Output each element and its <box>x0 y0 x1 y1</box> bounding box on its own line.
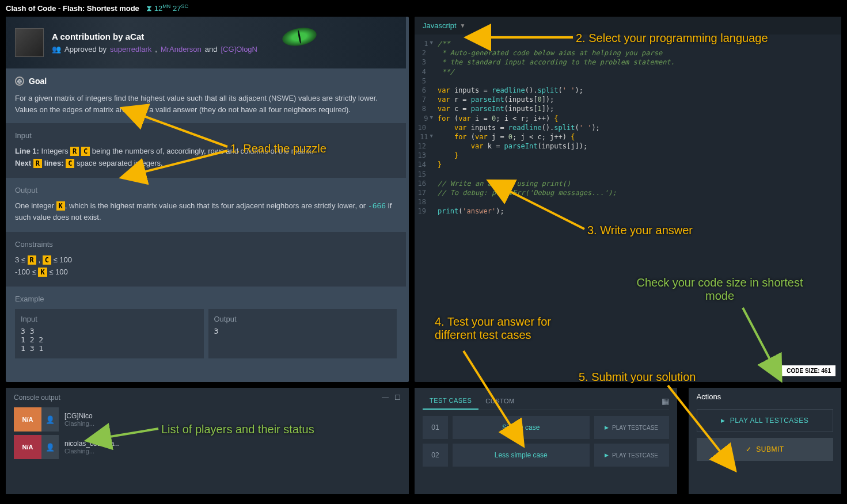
problem-panel: A contribution by aCat 👥 Approved by sup… <box>6 17 409 382</box>
console-panel: Console output — ☐ N/A👤[CG]NicoClashing.… <box>6 388 409 494</box>
editor-panel: Javascript ▼ 1▼23456789▼1011▼12131415161… <box>415 17 841 382</box>
output-label: Output <box>15 186 397 194</box>
top-bar: Clash of Code - Flash: Shortest mode ⧗ 1… <box>0 0 847 17</box>
approved-line: 👥 Approved by superredlark, MrAnderson a… <box>52 45 257 54</box>
testcase-number: 01 <box>423 416 448 439</box>
input-section: Input Line 1: Integers R C being the num… <box>6 123 406 178</box>
testcase-number: 02 <box>423 444 448 467</box>
tab-custom[interactable]: CUSTOM <box>478 393 521 409</box>
hourglass-icon: ⧗ <box>146 3 152 13</box>
page-title: Clash of Code - Flash: Shortest mode <box>6 4 139 13</box>
example-input: 3 3 1 2 2 1 3 1 <box>21 327 198 353</box>
player-row: N/A👤[CG]NicoClashing... <box>14 407 401 432</box>
player-avatar: 👤 <box>41 435 59 459</box>
testcase-row: 01Simple case▶ PLAY TESTCASE <box>423 416 669 439</box>
chevron-down-icon: ▼ <box>460 22 466 29</box>
player-status: Clashing... <box>64 448 120 455</box>
actions-panel: Actions ▶ PLAY ALL TESTCASES ✓ SUBMIT <box>689 388 842 494</box>
play-testcase-button[interactable]: ▶ PLAY TESTCASE <box>594 416 669 439</box>
minimize-icon[interactable]: — <box>382 394 389 402</box>
actions-label: Actions <box>697 392 834 401</box>
var-r: R <box>70 147 79 156</box>
testcase-row: 02Less simple case▶ PLAY TESTCASE <box>423 444 669 467</box>
player-status: Clashing... <box>64 420 94 427</box>
play-icon: ▶ <box>605 452 609 458</box>
output-section: Output One integer K, which is the highe… <box>6 178 406 232</box>
goal-text: For a given matrix of integers find the … <box>15 93 397 115</box>
grid-icon[interactable]: ▦ <box>662 396 669 406</box>
testcase-name[interactable]: Simple case <box>453 416 590 439</box>
player-na-badge: N/A <box>14 435 41 459</box>
language-bar: Javascript ▼ <box>415 17 841 35</box>
check-icon: ✓ <box>746 445 752 453</box>
approver-link[interactable]: [CG]OlogN <box>221 45 257 54</box>
player-name: nicolas_codinga... <box>64 440 120 448</box>
player-name: [CG]Nico <box>64 412 94 420</box>
target-icon: ◎ <box>15 77 24 86</box>
input-label: Input <box>15 131 397 140</box>
play-all-button[interactable]: ▶ PLAY ALL TESTCASES <box>697 409 834 432</box>
group-icon: 👥 <box>52 45 61 54</box>
player-na-badge: N/A <box>14 407 41 432</box>
timer-sc: 27 <box>173 5 181 13</box>
timer: ⧗ 12MN 27SC <box>146 3 188 13</box>
contribution-line: A contribution by aCat <box>52 32 257 41</box>
testcases-panel: TEST CASES CUSTOM ▦ 01Simple case▶ PLAY … <box>415 388 677 494</box>
play-icon: ▶ <box>721 418 726 423</box>
var-c: C <box>81 147 90 156</box>
timer-mn: 12 <box>154 5 162 13</box>
testcase-name[interactable]: Less simple case <box>453 444 590 467</box>
player-avatar: 👤 <box>41 407 59 432</box>
example-output: 3 <box>214 327 392 335</box>
code-size-badge: CODE SIZE: 461 <box>782 365 835 376</box>
goal-section: ◎ Goal For a given matrix of integers fi… <box>6 68 406 123</box>
code-editor[interactable]: 1▼23456789▼1011▼1213141516171819 /** * A… <box>415 35 841 216</box>
cat-eye-art <box>281 25 318 48</box>
console-label: Console output <box>14 394 60 402</box>
submit-button[interactable]: ✓ SUBMIT <box>697 438 834 461</box>
author-avatar <box>15 28 44 57</box>
play-icon: ▶ <box>605 425 609 430</box>
language-selector[interactable]: Javascript ▼ <box>423 21 465 30</box>
goal-label: Goal <box>29 77 47 86</box>
constraints-section: Constraints 3 ≤ R , C ≤ 100 -100 ≤ K ≤ 1… <box>6 232 406 287</box>
var-k: K <box>56 201 65 211</box>
player-row: N/A👤nicolas_codinga...Clashing... <box>14 435 401 459</box>
problem-header: A contribution by aCat 👥 Approved by sup… <box>6 17 406 68</box>
example-section: Example Input 3 3 1 2 2 1 3 1 Output 3 <box>6 287 406 366</box>
approver-link[interactable]: MrAnderson <box>161 45 202 54</box>
maximize-icon[interactable]: ☐ <box>394 394 401 402</box>
approver-link[interactable]: superredlark <box>110 45 151 54</box>
play-testcase-button[interactable]: ▶ PLAY TESTCASE <box>594 444 669 467</box>
tab-testcases[interactable]: TEST CASES <box>423 392 478 410</box>
